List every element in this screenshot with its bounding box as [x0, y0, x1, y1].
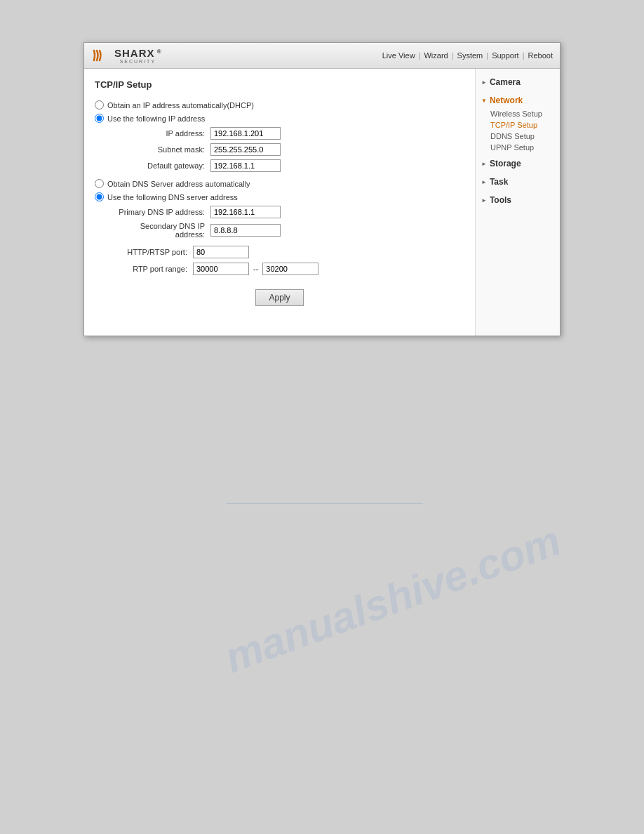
- storage-arrow-icon: ►: [481, 161, 487, 167]
- sidebar-task-header[interactable]: ► Task: [476, 174, 560, 190]
- sidebar-camera-header[interactable]: ► Camera: [476, 74, 560, 90]
- network-sub-items: Wireless Setup TCP/IP Setup DDNS Setup U…: [476, 108, 560, 153]
- dns-static-radio-row: Use the following DNS server address: [95, 192, 464, 201]
- static-ip-radio-row: Use the following IP address: [95, 114, 464, 123]
- dns-auto-radio[interactable]: [95, 179, 104, 188]
- main-layout: TCP/IP Setup Obtain an IP address automa…: [84, 69, 560, 336]
- nav-support[interactable]: Support: [492, 51, 519, 60]
- logo-icon: SHARX ® SECURITY: [91, 47, 161, 64]
- gateway-input[interactable]: [210, 159, 281, 172]
- dns-section: Obtain DNS Server address automatically …: [95, 179, 464, 239]
- rtp-range-end-input[interactable]: [262, 263, 318, 275]
- port-section: HTTP/RTSP port: RTP port range: --: [95, 246, 464, 275]
- secondary-dns-label: Secondary DNS IP address:: [112, 222, 210, 239]
- logo-text: SHARX: [114, 47, 155, 59]
- sharx-logo-icon: [91, 48, 112, 63]
- registered-mark: ®: [157, 48, 161, 55]
- primary-dns-input[interactable]: [210, 206, 281, 218]
- watermark: manualshive.com: [218, 516, 567, 682]
- nav-system[interactable]: System: [457, 51, 483, 60]
- sidebar-storage-header[interactable]: ► Storage: [476, 156, 560, 171]
- sidebar-wireless-setup[interactable]: Wireless Setup: [486, 108, 560, 119]
- ip-address-row: IP address:: [112, 127, 464, 140]
- dns-fields: Primary DNS IP address: Secondary DNS IP…: [112, 206, 464, 239]
- sidebar-task-label: Task: [490, 177, 508, 187]
- sidebar-upnp-setup[interactable]: UPNP Setup: [486, 142, 560, 153]
- gateway-row: Default gateway:: [112, 159, 464, 172]
- nav-links: Live View | Wizard | System | Support | …: [382, 51, 553, 60]
- sidebar-tools-label: Tools: [490, 195, 511, 205]
- subnet-mask-row: Subnet mask:: [112, 143, 464, 156]
- sidebar-category-task: ► Task: [476, 174, 560, 190]
- watermark-underline: [227, 503, 423, 504]
- sidebar-category-storage: ► Storage: [476, 156, 560, 171]
- network-arrow-icon: ▼: [481, 98, 487, 104]
- logo-sub-text: SECURITY: [114, 59, 161, 64]
- ip-address-label: IP address:: [112, 129, 210, 138]
- range-separator: --: [253, 265, 258, 273]
- subnet-mask-input[interactable]: [210, 143, 281, 156]
- dns-static-radio[interactable]: [95, 192, 104, 201]
- browser-window: SHARX ® SECURITY Live View | Wizard | Sy…: [83, 42, 561, 336]
- sidebar-network-label: Network: [490, 95, 523, 105]
- nav-wizard[interactable]: Wizard: [424, 51, 448, 60]
- sidebar-category-network: ▼ Network Wireless Setup TCP/IP Setup DD…: [476, 93, 560, 153]
- ip-address-input[interactable]: [210, 127, 281, 140]
- camera-arrow-icon: ►: [481, 79, 487, 86]
- ip-section: Obtain an IP address automatically(DHCP)…: [95, 100, 464, 172]
- header-bar: SHARX ® SECURITY Live View | Wizard | Sy…: [84, 43, 560, 69]
- http-rtsp-input[interactable]: [193, 246, 249, 258]
- page-title: TCP/IP Setup: [95, 79, 464, 90]
- dns-static-label[interactable]: Use the following DNS server address: [107, 193, 238, 201]
- secondary-dns-input[interactable]: [210, 224, 281, 237]
- dhcp-label[interactable]: Obtain an IP address automatically(DHCP): [107, 101, 254, 110]
- dns-auto-radio-row: Obtain DNS Server address automatically: [95, 179, 464, 188]
- apply-button[interactable]: Apply: [255, 289, 303, 306]
- primary-dns-label: Primary DNS IP address:: [112, 208, 210, 216]
- rtp-range-start-input[interactable]: [193, 263, 249, 275]
- nav-live-view[interactable]: Live View: [382, 51, 415, 60]
- subnet-mask-label: Subnet mask:: [112, 145, 210, 154]
- dhcp-radio[interactable]: [95, 100, 104, 110]
- dhcp-radio-row: Obtain an IP address automatically(DHCP): [95, 100, 464, 110]
- sidebar-tools-header[interactable]: ► Tools: [476, 192, 560, 208]
- logo-area: SHARX ® SECURITY: [91, 47, 161, 64]
- secondary-dns-row: Secondary DNS IP address:: [112, 222, 464, 239]
- sidebar-storage-label: Storage: [490, 159, 521, 168]
- tools-arrow-icon: ►: [481, 197, 487, 204]
- primary-dns-row: Primary DNS IP address:: [112, 206, 464, 218]
- sidebar-ddns-setup[interactable]: DDNS Setup: [486, 131, 560, 142]
- static-ip-label[interactable]: Use the following IP address: [107, 114, 205, 123]
- nav-reboot[interactable]: Reboot: [528, 51, 553, 60]
- sidebar-network-header[interactable]: ▼ Network: [476, 93, 560, 108]
- sidebar-camera-label: Camera: [490, 77, 521, 87]
- static-ip-radio[interactable]: [95, 114, 104, 123]
- content-area: TCP/IP Setup Obtain an IP address automa…: [84, 69, 476, 336]
- sidebar-category-tools: ► Tools: [476, 192, 560, 208]
- sidebar-category-camera: ► Camera: [476, 74, 560, 90]
- apply-section: Apply: [95, 289, 464, 306]
- task-arrow-icon: ►: [481, 179, 487, 185]
- ip-fields: IP address: Subnet mask: Default gateway…: [112, 127, 464, 172]
- sidebar: ► Camera ▼ Network Wireless Setup TCP/IP…: [476, 69, 560, 336]
- gateway-label: Default gateway:: [112, 161, 210, 170]
- watermark-text: manualshive.com: [218, 516, 567, 682]
- dns-auto-label[interactable]: Obtain DNS Server address automatically: [107, 180, 250, 188]
- http-rtsp-label: HTTP/RTSP port:: [95, 248, 193, 256]
- http-rtsp-row: HTTP/RTSP port:: [95, 246, 464, 258]
- sidebar-tcpip-setup[interactable]: TCP/IP Setup: [486, 119, 560, 131]
- rtp-range-row: RTP port range: --: [95, 263, 464, 275]
- rtp-range-label: RTP port range:: [95, 265, 193, 273]
